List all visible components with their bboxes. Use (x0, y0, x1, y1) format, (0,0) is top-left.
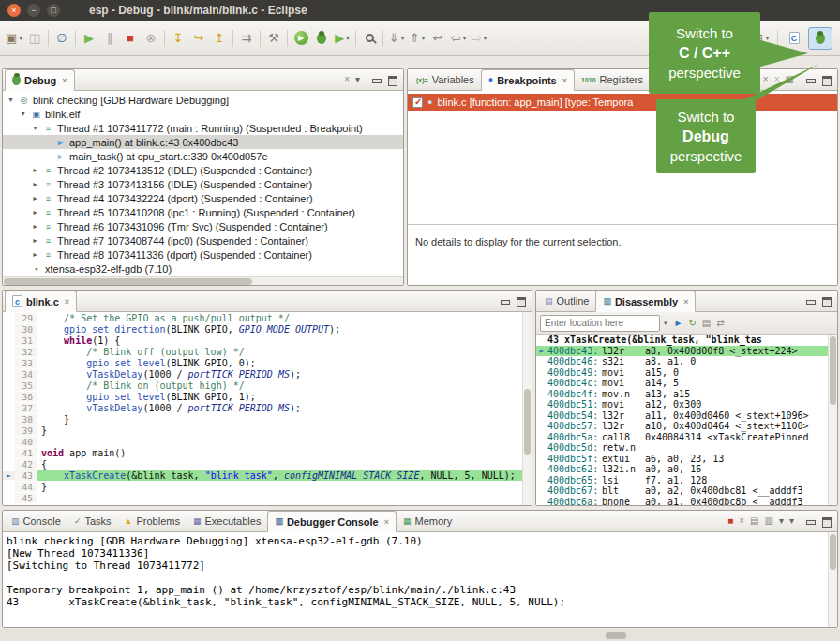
line-number[interactable]: 31 (15, 335, 38, 346)
close-icon[interactable]: × (384, 517, 389, 527)
window-minimize-button[interactable]: − (27, 4, 40, 17)
code-line[interactable]: 29 /* Set the GPIO as a push/pull output… (3, 312, 532, 323)
disassembly-row[interactable]: 400dbc5a:call80x40084314 <xTaskCreatePin… (536, 432, 837, 443)
debug-perspective-button[interactable] (808, 27, 832, 50)
resume-button[interactable]: ▶ (79, 27, 99, 50)
minimize-icon[interactable] (805, 516, 816, 527)
scroll-lock-icon[interactable]: ▥ (764, 516, 772, 526)
disassembly-row[interactable]: 400dbc65:lsif7, a1, 128 (536, 475, 837, 486)
window-close-button[interactable]: × (8, 4, 21, 17)
disassembly-row[interactable]: 400dbc57:l32ra10, 0x400d0464 <_stext+110… (536, 421, 837, 432)
minimize-icon[interactable] (371, 75, 382, 85)
back-button[interactable]: ⇦▾ (448, 27, 469, 50)
line-number[interactable]: 44 (15, 482, 38, 492)
code-line[interactable]: 38 } (3, 413, 532, 425)
sync-with-stack-frame-icon[interactable]: ⇄ (716, 319, 724, 328)
editor-scrollbar[interactable] (522, 312, 532, 505)
disassembly-row[interactable]: 400dbc6a:bnonea0, a1, 0x400dbc8b <__addd… (536, 497, 837, 506)
tree-expander-icon[interactable]: ▸ (31, 236, 39, 245)
line-number[interactable]: 41 (15, 448, 38, 458)
code-line[interactable]: 39} (3, 425, 532, 436)
line-number[interactable]: 40 (15, 437, 38, 447)
build-button[interactable]: ⚒ (263, 27, 284, 50)
location-input[interactable] (540, 315, 660, 332)
goto-program-counter-icon[interactable]: ► (674, 319, 683, 328)
tab-breakpoints[interactable]: ●Breakpoints× (481, 69, 575, 91)
tree-expander-icon[interactable]: ▾ (19, 110, 27, 118)
disassembly-row[interactable]: ►400dbc43:l32ra8, 0x400d00f8 <_stext+224… (536, 346, 837, 357)
close-icon[interactable]: × (683, 297, 688, 306)
terminate-icon[interactable]: ■ (728, 516, 733, 526)
line-number[interactable]: 30 (15, 324, 38, 335)
code-line[interactable]: 41void app_main() (3, 447, 532, 458)
scrollbar-thumb[interactable] (830, 336, 836, 405)
scrollbar-thumb[interactable] (830, 534, 836, 570)
code-line[interactable]: 40 (3, 436, 532, 447)
code-line[interactable]: 42{ (3, 458, 532, 470)
remove-launch-icon[interactable]: × (739, 516, 744, 526)
tree-expander-icon[interactable]: ▸ (31, 180, 39, 188)
minimize-icon[interactable] (500, 296, 510, 306)
tree-expander-icon[interactable]: ▸ (31, 250, 39, 259)
tab-problems[interactable]: ▲Problems (118, 511, 187, 531)
disassembly-scrollbar[interactable] (828, 335, 837, 505)
debug-tree-item[interactable]: ▸≡Thread #3 1073413156 (IDLE) (Suspended… (3, 177, 403, 191)
window-maximize-button[interactable]: □ (47, 4, 60, 17)
step-return-button[interactable]: ↥ (209, 27, 230, 50)
tree-expander-icon[interactable]: ▾ (31, 124, 39, 132)
line-number[interactable]: 39 (15, 425, 38, 436)
debug-tree-item[interactable]: ▾≡Thread #1 1073411772 (main : Running) … (3, 121, 403, 135)
disassembly-row[interactable]: 400dbc4f:mov.na13, a15 (536, 389, 837, 400)
code-line[interactable]: 30 gpio_set_direction(BLINK_GPIO, GPIO_M… (3, 323, 532, 335)
code-line[interactable]: ►43 xTaskCreate(&blink_task, "blink_task… (3, 470, 532, 481)
skip-all-breakpoints-button[interactable]: ∅ (52, 27, 72, 50)
tab-blink-c[interactable]: c blink.c × (5, 291, 77, 312)
line-number[interactable]: 37 (15, 403, 38, 413)
new-wizard-button[interactable]: ▣▾ (4, 27, 24, 50)
dropdown-caret-icon[interactable]: ▾ (664, 320, 668, 327)
tree-expander-icon[interactable]: ▸ (31, 208, 39, 216)
open-console-icon[interactable]: ▾ (789, 516, 794, 526)
code-line[interactable]: 45 (3, 492, 532, 503)
maximize-icon[interactable] (516, 296, 526, 306)
tab-debugger-console[interactable]: ▥Debugger Console× (267, 511, 397, 532)
line-number[interactable]: 36 (15, 392, 38, 402)
previous-annotation-button[interactable]: ⇑▾ (407, 27, 428, 50)
debug-tree-item[interactable]: ▾◎blink checking [GDB Hardware Debugging… (3, 93, 403, 107)
disassembly-row[interactable]: 400dbc5d:retw.n (536, 442, 837, 454)
save-button[interactable]: ◫ (24, 27, 45, 50)
disassembly-row[interactable]: 400dbc49:movia15, 0 (536, 367, 837, 379)
code-line[interactable]: 36 gpio_set_level(BLINK_GPIO, 1); (3, 391, 532, 402)
run-button[interactable]: ▶ (291, 27, 311, 50)
debug-tree-item[interactable]: ▾▣blink.elf (3, 107, 403, 121)
instruction-stepping-button[interactable]: ⇉ (236, 27, 257, 50)
tab-tasks[interactable]: ✓Tasks (68, 511, 118, 531)
breakpoint-checkbox[interactable] (412, 97, 423, 108)
debug-tree-item[interactable]: ▸≡Thread #2 1073413512 (IDLE) (Suspended… (3, 163, 403, 177)
bottom-scrollbar-thumb[interactable] (606, 632, 626, 639)
minimize-icon[interactable] (805, 296, 816, 306)
view-menu-icon[interactable]: ▾ (355, 75, 360, 84)
tree-expander-icon[interactable]: ▸ (31, 166, 39, 174)
instruction-pointer-icon[interactable]: ► (3, 471, 15, 480)
debug-button[interactable] (311, 27, 332, 50)
line-number[interactable]: 29 (15, 313, 38, 323)
tab-registers[interactable]: 1010Registers (575, 69, 650, 90)
line-number[interactable]: 45 (15, 493, 38, 503)
scrollbar-thumb[interactable] (4, 278, 252, 285)
refresh-icon[interactable]: ↻ (688, 319, 696, 328)
external-tools-button[interactable]: ▶▾ (332, 27, 352, 50)
maximize-icon[interactable] (821, 296, 832, 306)
display-selected-console-icon[interactable]: ▾ (779, 516, 784, 526)
maximize-icon[interactable] (821, 516, 832, 527)
next-annotation-button[interactable]: ⇓▾ (386, 27, 407, 50)
tree-expander-icon[interactable]: ▸ (31, 194, 39, 202)
debug-tree-item[interactable]: ▪xtensa-esp32-elf-gdb (7.10) (3, 261, 403, 276)
code-line[interactable]: 32 /* Blink off (output low) */ (3, 346, 532, 357)
clear-console-icon[interactable]: ▤ (750, 516, 758, 526)
line-number[interactable]: 32 (15, 347, 38, 357)
remove-all-terminated-icon[interactable]: × (344, 75, 350, 84)
line-number[interactable]: 35 (15, 380, 38, 391)
tab-executables[interactable]: ▦Executables (187, 511, 267, 531)
debug-tree-item[interactable]: ▸≡Thread #8 1073411336 (dport) (Suspende… (3, 247, 403, 261)
